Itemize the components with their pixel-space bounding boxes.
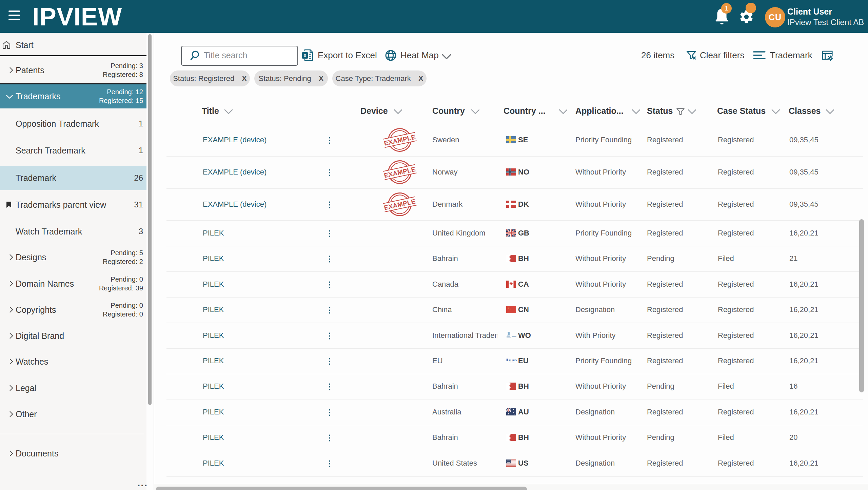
svg-text:X: X (303, 53, 307, 58)
